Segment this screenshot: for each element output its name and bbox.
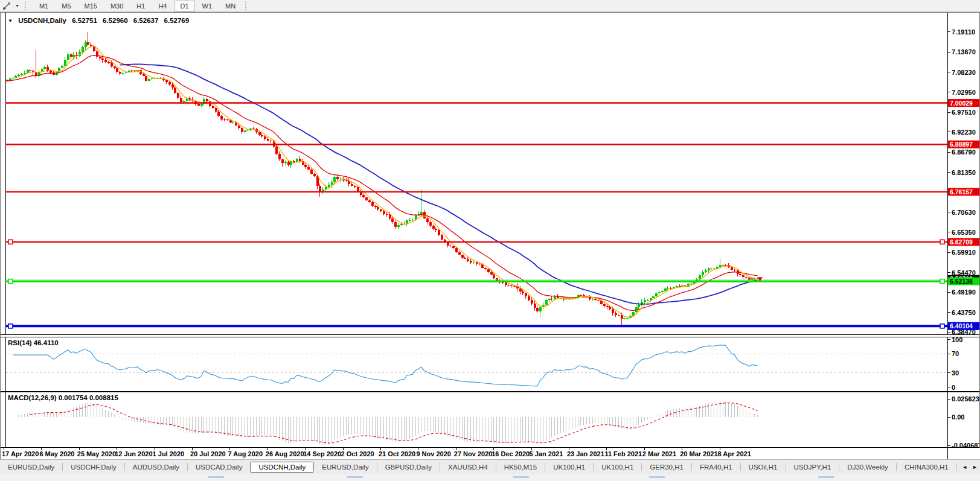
svg-text:100: 100 (952, 337, 962, 343)
timeframe-buttons: M1M5M15M30H1H4D1W1MN (33, 1, 242, 11)
time-tick-label: 2 Oct 2020 (341, 450, 374, 457)
time-tick-label: 6 May 2020 (39, 450, 74, 457)
chart-tab-eurusd-daily[interactable]: EURUSD,Daily (0, 462, 62, 473)
svg-text:6.97510: 6.97510 (952, 109, 976, 116)
chart-tab-gbpusd-daily[interactable]: GBPUSD,Daily (377, 462, 440, 473)
svg-text:7.02950: 7.02950 (952, 89, 976, 96)
svg-text:6.43750: 6.43750 (952, 309, 976, 316)
svg-text:6.76157: 6.76157 (950, 188, 973, 196)
timeframe-button-m15[interactable]: M15 (78, 1, 103, 11)
svg-text:6.92230: 6.92230 (952, 129, 976, 136)
time-tick-label: 20 Jul 2020 (190, 450, 226, 457)
time-tick-label: 16 Dec 2020 (492, 450, 530, 457)
svg-text:6.52138: 6.52138 (950, 278, 973, 285)
time-tick-label: 5 Jan 2021 (530, 450, 563, 457)
chart-tab-xauusd-h4[interactable]: XAUUSD,H4 (440, 462, 496, 473)
svg-text:6.88897: 6.88897 (950, 141, 973, 148)
price-tag: 6.88897 (948, 141, 979, 148)
toolbar: ▼ M1M5M15M30H1H4D1W1MN (0, 0, 980, 12)
svg-text:6.65350: 6.65350 (952, 229, 976, 236)
tab-scroll-right-icon[interactable]: ► (972, 464, 978, 470)
time-tick-label: 27 Nov 2020 (454, 450, 493, 457)
price-tag: 7.00029 (948, 99, 979, 107)
chart-window: 7.191107.136707.082307.029506.975106.922… (0, 12, 980, 459)
svg-text:6.86790: 6.86790 (952, 148, 976, 156)
strip-dash (513, 476, 529, 478)
timeframe-button-w1[interactable]: W1 (196, 1, 219, 11)
svg-text:7.00029: 7.00029 (950, 100, 973, 107)
price-tag: 6.62709 (948, 238, 979, 246)
svg-text:0.00: 0.00 (952, 413, 964, 421)
time-tick-label: 14 Sep 2020 (303, 450, 341, 457)
timeframe-button-h1[interactable]: H1 (130, 1, 151, 11)
timeframe-button-h4[interactable]: H4 (152, 1, 173, 11)
chart-tab-ger30-h1[interactable]: GER30,H1 (642, 462, 691, 473)
chevron-down-icon[interactable]: ▼ (15, 4, 19, 8)
chart-tab-china300-h1[interactable]: CHINA300,H1 (897, 462, 956, 473)
svg-text:30: 30 (952, 369, 959, 377)
tab-scroll-buttons: ◄► (958, 460, 978, 474)
time-tick-label: 8 Apr 2021 (718, 450, 751, 457)
time-tick-label: 1 Jul 2020 (153, 450, 185, 457)
toolbar-grip[interactable] (25, 2, 28, 10)
macd-panel[interactable]: 0.0256230.00-0.040687 (1, 392, 979, 448)
svg-text:6.49190: 6.49190 (952, 288, 976, 296)
time-tick-label: 2 Mar 2021 (642, 450, 676, 457)
svg-text:6.40104: 6.40104 (950, 322, 973, 330)
strip-dash (649, 476, 665, 478)
svg-text:0: 0 (952, 384, 955, 391)
chart-tab-usoil-h1[interactable]: USOil,H1 (741, 462, 786, 473)
axis-line (947, 448, 948, 459)
timeframe-button-m30[interactable]: M30 (104, 1, 129, 11)
chart-tab-usdcad-daily[interactable]: USDCAD,Daily (188, 462, 250, 473)
chart-tab-usdcnh-daily[interactable]: USDCNH,Daily (251, 462, 313, 473)
time-axis[interactable]: 17 Apr 20206 May 202025 May 202012 Jun 2… (1, 448, 980, 459)
price-tag: 6.52138 (948, 278, 979, 285)
timeframe-button-mn[interactable]: MN (219, 1, 242, 11)
chart-tab-fra40-h1[interactable]: FRA40,H1 (692, 462, 740, 473)
line-studies-icon[interactable] (2, 1, 12, 11)
symbol-tabbar: EURUSD,DailyUSDCHF,DailyAUDUSD,DailyUSDC… (0, 459, 980, 474)
svg-text:6.70630: 6.70630 (952, 209, 976, 216)
rsi-panel[interactable]: 10070300 (1, 337, 979, 392)
strip-dash (347, 476, 363, 478)
chart-tab-audusd-daily[interactable]: AUDUSD,Daily (125, 462, 187, 473)
time-tick-label: 23 Jan 2021 (567, 450, 604, 457)
svg-text:7.13670: 7.13670 (952, 48, 976, 56)
svg-text:0.025623: 0.025623 (952, 395, 979, 403)
tab-scroll-left-icon[interactable]: ◄ (962, 464, 967, 470)
timeframe-button-m1[interactable]: M1 (33, 1, 54, 11)
time-tick-label: 26 Aug 2020 (266, 450, 304, 457)
chart-tab-eurusd-daily[interactable]: EURUSD,Daily (314, 462, 376, 473)
time-tick-label: 17 Apr 2020 (2, 450, 39, 457)
time-tick-label: 21 Oct 2020 (379, 450, 415, 457)
chart-tab-uk100-h1[interactable]: UK100,H1 (594, 462, 641, 473)
time-tick-label: 12 Jun 2020 (115, 450, 152, 457)
chart-tab-uk100-h1[interactable]: UK100,H1 (545, 462, 593, 473)
strip-dash (818, 476, 834, 478)
bottom-strip (0, 474, 980, 481)
timeframe-button-d1[interactable]: D1 (174, 1, 194, 11)
price-tag: 6.40104 (948, 322, 979, 330)
svg-text:7.19110: 7.19110 (952, 28, 975, 36)
svg-text:6.62709: 6.62709 (950, 238, 973, 246)
time-tick-label: 9 Nov 2020 (416, 450, 450, 457)
time-tick-label: 20 Mar 2021 (680, 450, 717, 457)
time-tick-label: 11 Feb 2021 (604, 450, 642, 457)
svg-text:70: 70 (952, 350, 959, 357)
chart-tab-hk50-m15[interactable]: HK50,M15 (496, 462, 545, 473)
strip-dash (208, 476, 224, 478)
svg-text:-0.040687: -0.040687 (952, 442, 979, 448)
svg-text:6.59910: 6.59910 (952, 249, 976, 256)
chart-tab-usdchf-daily[interactable]: USDCHF,Daily (63, 462, 124, 473)
price-tag: 6.76157 (948, 188, 979, 196)
svg-text:7.08230: 7.08230 (952, 69, 976, 76)
chart-tab-usdjpy-h1[interactable]: USDJPY,H1 (786, 462, 839, 473)
time-tick-label: 25 May 2020 (77, 450, 116, 457)
chart-tab-dj30-weekly[interactable]: DJ30,Weekly (839, 462, 896, 473)
toolbar-grip-2[interactable] (245, 2, 249, 10)
time-tick-label: 7 Aug 2020 (228, 450, 263, 457)
svg-text:6.81350: 6.81350 (952, 169, 976, 176)
timeframe-button-m5[interactable]: M5 (56, 1, 77, 11)
price-chart-panel[interactable]: 7.191107.136707.082307.029506.975106.922… (1, 13, 979, 337)
